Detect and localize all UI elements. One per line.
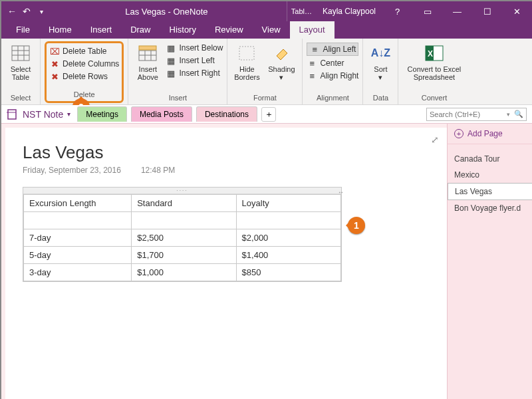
section-tab-meetings[interactable]: Meetings <box>77 106 127 122</box>
table-row: 7-day $2,500 $2,000 <box>24 229 341 247</box>
page-item[interactable]: Bon Voyage flyer.d <box>448 200 532 216</box>
tab-home[interactable]: Home <box>39 21 81 39</box>
group-alignment-label: Alignment <box>307 94 358 103</box>
align-right-button[interactable]: ≡ Align Right <box>307 70 358 81</box>
close-button[interactable]: ✕ <box>502 1 532 21</box>
insert-above-button[interactable]: Insert Above <box>132 41 163 94</box>
maximize-button[interactable]: ☐ <box>472 1 502 21</box>
ribbon: Select Table Select ⌧ Delete Table ✖ Del… <box>1 39 532 105</box>
pricing-table[interactable]: Excursion Length Standard Loyalty 7-day … <box>23 194 341 281</box>
insert-above-icon <box>137 43 158 64</box>
delete-table-label: Delete Table <box>63 47 107 56</box>
delete-rows-button[interactable]: ✖ Delete Rows <box>49 71 119 82</box>
table-container[interactable]: ···· Excursion Length Standard Loyalty 7… <box>23 187 342 282</box>
insert-left-label: Insert Left <box>179 56 214 65</box>
cell[interactable]: $1,000 <box>132 264 236 281</box>
tab-history[interactable]: History <box>160 21 205 39</box>
cell[interactable] <box>132 212 236 229</box>
delete-columns-icon: ✖ <box>49 59 60 69</box>
hide-borders-button[interactable]: Hide Borders <box>231 41 262 94</box>
insert-left-button[interactable]: ▦ Insert Left <box>166 55 223 66</box>
insert-right-icon: ▦ <box>166 68 176 78</box>
center-button[interactable]: ≡ Center <box>307 58 358 68</box>
hide-borders-icon <box>236 43 257 64</box>
tab-draw[interactable]: Draw <box>121 21 160 39</box>
group-alignment: ≡ Align Left ≡ Center ≡ Align Right Alig… <box>303 39 363 104</box>
tab-insert[interactable]: Insert <box>81 21 122 39</box>
convert-excel-button[interactable]: X Convert to Excel Spreadsheet <box>402 41 466 94</box>
section-tab-destinations[interactable]: Destinations <box>196 106 257 122</box>
cell[interactable]: $1,400 <box>236 247 340 264</box>
tab-layout[interactable]: Layout <box>290 21 334 39</box>
section-tab-media-posts[interactable]: Media Posts <box>131 106 192 122</box>
delete-table-button[interactable]: ⌧ Delete Table <box>49 46 119 57</box>
svg-rect-10 <box>239 47 254 60</box>
header-cell[interactable]: Excursion Length <box>24 195 132 212</box>
table-row: Excursion Length Standard Loyalty <box>24 195 341 212</box>
align-right-label: Align Right <box>320 71 358 80</box>
table-tools-label[interactable]: Tabl… <box>287 1 316 21</box>
cell[interactable]: 3-day <box>24 264 132 281</box>
group-select: Select Table Select <box>1 39 41 104</box>
add-section-button[interactable]: ＋ <box>261 107 276 122</box>
group-convert: X Convert to Excel Spreadsheet Convert <box>398 39 469 104</box>
callout-1: 1 <box>348 217 365 234</box>
customize-qat-icon[interactable]: ▾ <box>36 6 47 17</box>
insert-right-button[interactable]: ▦ Insert Right <box>166 68 223 78</box>
align-left-button[interactable]: ≡ Align Left <box>307 43 358 56</box>
hide-borders-label: Hide Borders <box>234 65 260 81</box>
table-resize-handle[interactable]: ↔ <box>338 189 344 196</box>
cell[interactable]: 7-day <box>24 229 132 247</box>
tab-file[interactable]: File <box>7 21 39 39</box>
insert-left-icon: ▦ <box>166 55 176 66</box>
page-title[interactable]: Las Vegas <box>23 142 430 163</box>
sort-button[interactable]: A↓Z Sort▾ <box>367 41 394 94</box>
cell[interactable]: $850 <box>236 264 340 281</box>
cell[interactable]: $1,700 <box>132 247 236 264</box>
notebook-selector[interactable]: NST Note ▾ <box>7 108 73 120</box>
page-item[interactable]: Mexico <box>448 167 532 183</box>
search-input[interactable] <box>430 110 503 118</box>
insert-below-button[interactable]: ▦ Insert Below <box>166 43 223 53</box>
page-item-selected[interactable]: Las Vegas <box>448 183 532 200</box>
content-area: ⤢ Las Vegas Friday, September 23, 2016 1… <box>1 124 532 399</box>
expand-page-icon[interactable]: ⤢ <box>431 134 439 145</box>
ribbon-display-icon[interactable]: ▭ <box>412 1 442 21</box>
help-button[interactable]: ? <box>382 1 412 21</box>
cell[interactable]: 5-day <box>24 247 132 264</box>
align-left-label: Align Left <box>323 45 356 54</box>
page-item[interactable]: Canada Tour <box>448 151 532 167</box>
group-format: Hide Borders Shading▾ Format <box>227 39 303 104</box>
page-canvas[interactable]: ⤢ Las Vegas Friday, September 23, 2016 1… <box>5 128 447 399</box>
cell[interactable] <box>24 212 132 229</box>
header-cell[interactable]: Loyalty <box>236 195 340 212</box>
group-convert-label: Convert <box>402 94 466 103</box>
select-table-button[interactable]: Select Table <box>5 41 36 94</box>
align-center-icon: ≡ <box>307 58 317 68</box>
search-box[interactable]: ▾ 🔍 <box>426 108 527 121</box>
page-time: 12:48 PM <box>141 166 175 175</box>
user-name[interactable]: Kayla Claypool <box>316 7 382 16</box>
delete-rows-label: Delete Rows <box>63 72 108 81</box>
cell[interactable]: $2,500 <box>132 229 236 247</box>
cell[interactable] <box>236 212 340 229</box>
undo-icon[interactable]: ↶ <box>21 6 32 17</box>
header-cell[interactable]: Standard <box>132 195 236 212</box>
tab-review[interactable]: Review <box>205 21 253 39</box>
convert-excel-label: Convert to Excel Spreadsheet <box>408 65 462 81</box>
minimize-button[interactable]: — <box>442 1 472 21</box>
cell[interactable]: $2,000 <box>236 229 340 247</box>
center-label: Center <box>320 59 344 68</box>
group-data: A↓Z Sort▾ Data <box>363 39 398 104</box>
tab-view[interactable]: View <box>253 21 290 39</box>
page-date: Friday, September 23, 2016 <box>23 166 121 175</box>
table-handle[interactable]: ···· <box>23 188 341 194</box>
shading-button[interactable]: Shading▾ <box>265 41 298 94</box>
delete-columns-button[interactable]: ✖ Delete Columns <box>49 59 119 69</box>
table-row: 3-day $1,000 $850 <box>24 264 341 281</box>
ribbon-tabs: File Home Insert Draw History Review Vie… <box>1 21 532 39</box>
add-page-button[interactable]: + Add Page <box>448 124 532 144</box>
back-icon[interactable]: ← <box>7 6 17 17</box>
insert-above-label: Insert Above <box>138 65 158 81</box>
add-page-label: Add Page <box>467 129 503 138</box>
